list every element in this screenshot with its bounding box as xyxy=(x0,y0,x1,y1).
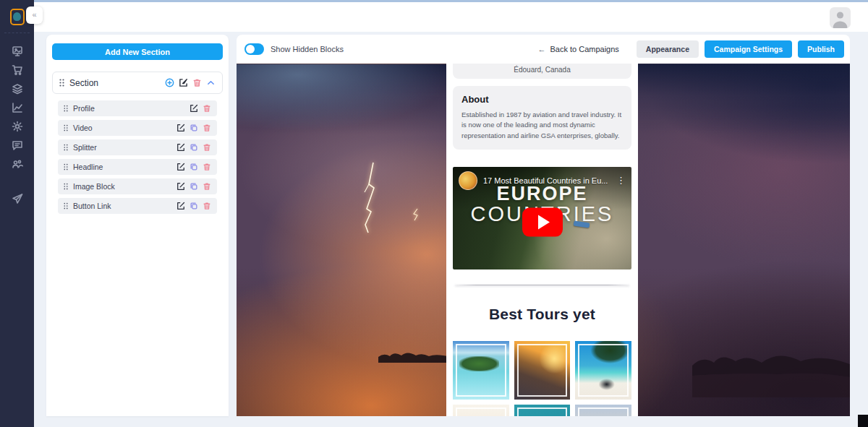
back-arrow-icon: ← xyxy=(537,45,545,53)
gallery-image-4[interactable] xyxy=(453,405,509,416)
about-text: Established in 1987 by aviation and trav… xyxy=(461,110,623,141)
block-row-headline[interactable]: Headline xyxy=(58,159,217,175)
block-row-button-link[interactable]: Button Link xyxy=(58,198,217,214)
youtube-play-button[interactable] xyxy=(522,207,563,236)
block-label: Profile xyxy=(73,104,185,113)
duplicate-block-icon[interactable] xyxy=(190,163,198,171)
delete-block-icon[interactable] xyxy=(203,143,211,152)
duplicate-block-icon[interactable] xyxy=(190,182,198,191)
block-label: Button Link xyxy=(73,202,172,210)
small-lightning-bolt xyxy=(410,208,422,221)
sidebar-nav xyxy=(0,42,34,208)
edit-block-icon[interactable] xyxy=(176,124,185,132)
appearance-button[interactable]: Appearance xyxy=(637,40,699,58)
section-block-list: Profile Video Splitter Headline xyxy=(58,100,217,214)
edit-block-icon[interactable] xyxy=(176,182,185,191)
section-title: Section xyxy=(69,78,161,88)
block-row-image-block[interactable]: Image Block xyxy=(58,178,217,194)
layers-icon[interactable] xyxy=(7,79,28,98)
profile-location: Édouard, Canada xyxy=(514,66,570,74)
edit-block-icon[interactable] xyxy=(176,202,185,210)
edit-block-icon[interactable] xyxy=(176,143,185,152)
delete-block-icon[interactable] xyxy=(203,104,211,113)
brand-logo[interactable] xyxy=(10,9,25,25)
toggle-knob xyxy=(246,45,255,53)
gallery-image-5[interactable] xyxy=(514,405,571,416)
app-sidebar xyxy=(0,0,34,427)
drag-handle-icon[interactable] xyxy=(64,105,68,112)
add-block-icon[interactable] xyxy=(165,78,174,87)
about-title: About xyxy=(461,94,623,105)
block-label: Image Block xyxy=(73,182,172,191)
campaign-settings-button[interactable]: Campaign Settings xyxy=(705,40,792,58)
user-avatar[interactable] xyxy=(830,7,851,28)
drag-handle-icon[interactable] xyxy=(59,79,64,87)
block-label: Splitter xyxy=(73,143,172,152)
gallery-image-6[interactable] xyxy=(575,405,631,416)
rock-silhouettes-right xyxy=(692,340,850,397)
section-header[interactable]: Section xyxy=(52,72,223,94)
block-row-profile[interactable]: Profile xyxy=(58,100,217,116)
team-icon[interactable] xyxy=(7,155,28,173)
about-card: About Established in 1987 by aviation an… xyxy=(453,86,631,150)
delete-section-icon[interactable] xyxy=(192,78,202,87)
edit-section-icon[interactable] xyxy=(179,78,188,87)
collapse-section-icon[interactable] xyxy=(206,78,216,87)
lightning-bolt xyxy=(358,161,383,233)
edit-block-icon[interactable] xyxy=(176,163,185,171)
add-new-section-button[interactable]: Add New Section xyxy=(52,43,223,60)
top-bar xyxy=(34,2,868,32)
display-board-icon[interactable] xyxy=(7,42,28,61)
block-label: Video xyxy=(73,124,172,132)
back-label: Back to Campaigns xyxy=(550,45,618,53)
splitter-divider xyxy=(455,285,629,285)
sidebar-collapse-button[interactable]: « xyxy=(26,7,43,24)
gallery-image-3[interactable] xyxy=(575,341,631,400)
paper-plane-icon[interactable] xyxy=(7,189,28,208)
campaign-page-column: Édouard, Canada About Established in 198… xyxy=(446,64,638,416)
image-gallery xyxy=(453,341,631,416)
block-row-video[interactable]: Video xyxy=(58,120,217,136)
campaign-headline: Best Tours yet xyxy=(453,306,631,323)
settings-gear-icon[interactable] xyxy=(7,117,28,136)
duplicate-block-icon[interactable] xyxy=(190,202,198,210)
edit-block-icon[interactable] xyxy=(190,104,198,113)
delete-block-icon[interactable] xyxy=(203,124,211,132)
top-accent-line xyxy=(34,0,868,2)
comments-icon[interactable] xyxy=(7,136,28,155)
gallery-image-2[interactable] xyxy=(514,341,571,400)
profile-card-bottom: Édouard, Canada xyxy=(453,64,631,79)
delete-block-icon[interactable] xyxy=(203,182,211,191)
scrollbar-corner[interactable] xyxy=(858,415,868,427)
drag-handle-icon[interactable] xyxy=(64,183,68,190)
duplicate-block-icon[interactable] xyxy=(190,124,198,132)
campaign-editor-main: Show Hidden Blocks ←Back to Campaigns Ap… xyxy=(237,35,850,416)
youtube-video-embed[interactable]: 17 Most Beautiful Countries in Eu... ⋮ E… xyxy=(453,167,631,269)
analytics-chart-icon[interactable] xyxy=(7,98,28,117)
drag-handle-icon[interactable] xyxy=(64,202,68,210)
play-triangle-icon xyxy=(538,215,550,229)
block-row-splitter[interactable]: Splitter xyxy=(58,139,217,155)
editor-toolbar: Show Hidden Blocks ←Back to Campaigns Ap… xyxy=(237,35,850,64)
drag-handle-icon[interactable] xyxy=(64,144,68,151)
sidebar-divider xyxy=(4,33,30,33)
show-hidden-blocks-label: Show Hidden Blocks xyxy=(271,45,344,53)
delete-block-icon[interactable] xyxy=(203,163,211,171)
show-hidden-blocks-toggle[interactable] xyxy=(244,43,264,55)
drag-handle-icon[interactable] xyxy=(64,163,68,171)
publish-button[interactable]: Publish xyxy=(798,40,844,58)
shopping-cart-icon[interactable] xyxy=(7,61,28,79)
duplicate-block-icon[interactable] xyxy=(190,143,198,152)
drag-handle-icon[interactable] xyxy=(64,124,68,131)
delete-block-icon[interactable] xyxy=(203,202,211,210)
gallery-image-1[interactable] xyxy=(453,341,509,400)
back-to-campaigns-link[interactable]: ←Back to Campaigns xyxy=(537,45,618,53)
brand-logo-dot xyxy=(13,12,21,21)
block-label: Headline xyxy=(73,163,172,171)
block-builder-panel: Add New Section Section Profile Video xyxy=(46,35,229,416)
rock-silhouettes-left xyxy=(378,347,451,363)
campaign-preview: Édouard, Canada About Established in 198… xyxy=(237,64,850,416)
